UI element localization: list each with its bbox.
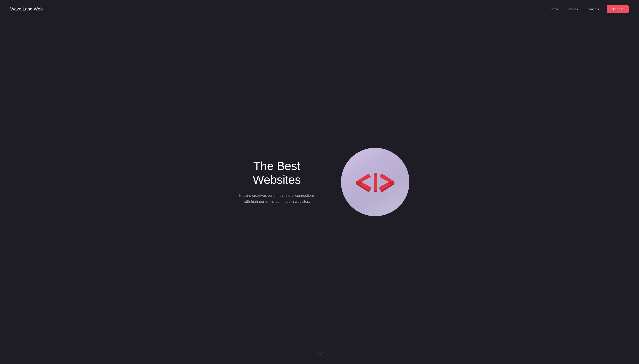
hero-circle	[341, 148, 409, 216]
scroll-indicator	[316, 351, 324, 356]
hero-text-block: The Best Websites Helping creatives buil…	[230, 159, 324, 205]
hero-title: The Best Websites	[230, 159, 324, 187]
nav-home-link[interactable]: Home	[550, 7, 559, 11]
chevron-down-icon	[316, 351, 324, 356]
hero-subtitle: Helping creatives build meaningful conne…	[230, 193, 324, 205]
code-brackets-icon	[352, 169, 399, 195]
hero-image-container	[341, 148, 409, 216]
hero-section: The Best Websites Helping creatives buil…	[0, 0, 639, 364]
svg-marker-4	[374, 174, 377, 190]
nav-layouts-link[interactable]: Layouts	[566, 7, 578, 11]
brand-logo: Wave Land Web	[10, 6, 43, 12]
nav-elements-link[interactable]: Elements	[585, 7, 599, 11]
svg-marker-5	[374, 174, 377, 175]
signup-button[interactable]: Sign Up	[607, 5, 629, 13]
hero-content: The Best Websites Helping creatives buil…	[191, 148, 448, 216]
svg-marker-6	[374, 190, 377, 192]
nav-links: Home Layouts Elements Sign Up	[550, 5, 629, 13]
navbar: Wave Land Web Home Layouts Elements Sign…	[0, 0, 639, 18]
